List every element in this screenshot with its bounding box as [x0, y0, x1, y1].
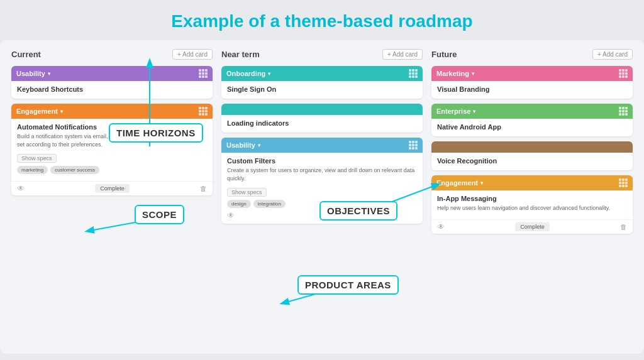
column-near-term: Near term + Add card Onboarding ▾ [221, 49, 423, 347]
card-body-inapp: In-App Messaging Help new users learn na… [431, 190, 633, 219]
objective-bar-engagement-current: Engagement ▾ [11, 104, 213, 119]
feature-desc-inapp: Help new users learn navigation and disc… [437, 204, 627, 212]
objective-bar-marketing: Marketing ▾ [431, 66, 633, 81]
tags-notifications: marketing customer success [17, 166, 207, 174]
feature-title-inapp: In-App Messaging [437, 195, 627, 202]
feature-title-voice: Voice Recognition [437, 157, 627, 165]
objective-bar-usability-current: Usability ▾ [11, 66, 213, 81]
objective-bar-onboarding: Onboarding ▾ [221, 66, 423, 81]
column-title-future: Future [431, 50, 457, 59]
column-title-current: Current [11, 50, 41, 59]
column-future: Future + Add card Marketing ▾ [431, 49, 633, 347]
card-body-keyboard: Keyboard Shortcuts [11, 81, 213, 99]
feature-desc-notifications: Build a notification system via email, S… [17, 133, 207, 148]
card-body-sso: Single Sign On [221, 81, 423, 99]
objective-label: Enterprise [436, 107, 470, 115]
tag-marketing: marketing [17, 166, 48, 174]
page-title: Example of a theme-based roadmap [0, 0, 644, 40]
objective-bar-engagement-future: Engagement ▾ [431, 175, 633, 190]
card-footer-inapp: 👁 Complete 🗑 [431, 219, 633, 234]
eye-icon: 👁 [17, 184, 25, 193]
column-title-near-term: Near term [221, 50, 260, 59]
dropdown-arrow: ▾ [472, 71, 474, 77]
feature-desc-filters: Create a system for users to organize, v… [227, 166, 417, 182]
add-card-button-future[interactable]: + Add card [592, 49, 633, 60]
dropdown-arrow: ▾ [60, 109, 63, 114]
card-body-notifications: Automated Notifications Build a notifica… [11, 119, 213, 181]
dropdown-arrow: ▾ [480, 180, 483, 186]
column-header-near-term: Near term + Add card [221, 49, 423, 60]
card-body-branding: Visual Branding [431, 81, 633, 99]
eye-icon-inapp: 👁 [437, 222, 445, 231]
objective-bar-usability-nearterm: Usability ▾ [221, 138, 423, 153]
grid-icon [619, 178, 628, 187]
feature-title-notifications: Automated Notifications [17, 123, 207, 131]
objective-label: Usability [226, 141, 255, 149]
card-visual-branding: Marketing ▾ Visual Branding [431, 66, 633, 99]
column-header-current: Current + Add card [11, 49, 213, 60]
card-voice-recognition: Voice Recognition [431, 141, 633, 170]
objective-name: Usability ▾ [16, 70, 50, 77]
objective-bar-voice [431, 141, 633, 153]
card-body-voice: Voice Recognition [431, 153, 633, 170]
tag-customer-success: customer success [50, 166, 99, 174]
card-inapp-messaging: Engagement ▾ In-App Messaging Help new u… [431, 175, 633, 234]
complete-badge: Complete [95, 184, 130, 193]
feature-title-branding: Visual Branding [437, 85, 627, 93]
card-single-sign-on: Onboarding ▾ Single Sign On [221, 66, 423, 99]
trash-icon-inapp: 🗑 [620, 223, 627, 231]
card-body-filters: Custom Filters Create a system for users… [221, 153, 423, 224]
feature-title-loading: Loading indicators [227, 119, 417, 127]
card-footer-notifications: 👁 Complete 🗑 [11, 181, 213, 195]
objective-label: Usability [16, 70, 45, 77]
feature-title-keyboard: Keyboard Shortcuts [17, 85, 207, 93]
objective-label: Engagement [16, 107, 58, 115]
tag-design: design [227, 200, 251, 208]
tags-filters: design integration [227, 200, 417, 208]
column-current: Current + Add card Usability ▾ [11, 49, 213, 347]
objective-bar-enterprise: Enterprise ▾ [431, 104, 633, 119]
objective-name: Engagement ▾ [16, 107, 63, 115]
feature-title-filters: Custom Filters [227, 157, 417, 165]
grid-icon [619, 69, 628, 78]
add-card-button-near-term[interactable]: + Add card [382, 49, 423, 60]
grid-icon [409, 69, 418, 78]
card-automated-notifications: Engagement ▾ Automated Notifications Bui… [11, 104, 213, 195]
objective-name: Usability ▾ [226, 141, 260, 149]
card-custom-filters: Usability ▾ Custom Filters Create a syst… [221, 138, 423, 224]
card-native-android: Enterprise ▾ Native Android App [431, 104, 633, 136]
complete-badge-inapp: Complete [515, 222, 550, 231]
feature-title-sso: Single Sign On [227, 85, 417, 93]
columns-row: Current + Add card Usability ▾ [11, 49, 633, 347]
card-keyboard-shortcuts: Usability ▾ Keyboard Shortcuts [11, 66, 213, 99]
card-loading-indicators: Loading indicators [221, 104, 423, 133]
objective-label: Onboarding [226, 70, 265, 77]
feature-title-android: Native Android App [437, 123, 627, 131]
trash-icon: 🗑 [200, 185, 207, 192]
grid-icon [619, 107, 628, 116]
grid-icon [199, 69, 208, 78]
objective-name: Engagement ▾ [436, 179, 483, 187]
roadmap-background: Current + Add card Usability ▾ [0, 40, 644, 354]
dropdown-arrow: ▾ [48, 71, 50, 77]
objective-label: Marketing [436, 70, 469, 77]
dropdown-arrow: ▾ [473, 109, 475, 114]
column-header-future: Future + Add card [431, 49, 633, 60]
dropdown-arrow: ▾ [258, 143, 260, 148]
grid-icon [199, 107, 208, 116]
objective-bar-loading [221, 104, 423, 115]
card-body-android: Native Android App [431, 119, 633, 136]
objective-label: Engagement [436, 179, 478, 187]
objective-name: Onboarding ▾ [226, 70, 270, 77]
add-card-button-current[interactable]: + Add card [172, 49, 213, 60]
grid-icon [409, 141, 418, 150]
objective-name: Enterprise ▾ [436, 107, 475, 115]
dropdown-arrow: ▾ [268, 71, 270, 77]
eye-icon-filters: 👁 [227, 211, 417, 220]
tag-integration: integration [253, 200, 286, 208]
card-body-loading: Loading indicators [221, 115, 423, 133]
show-specs-btn-notifications[interactable]: Show specs [17, 154, 57, 163]
show-specs-btn-filters[interactable]: Show specs [227, 188, 267, 197]
objective-name: Marketing ▾ [436, 70, 474, 77]
